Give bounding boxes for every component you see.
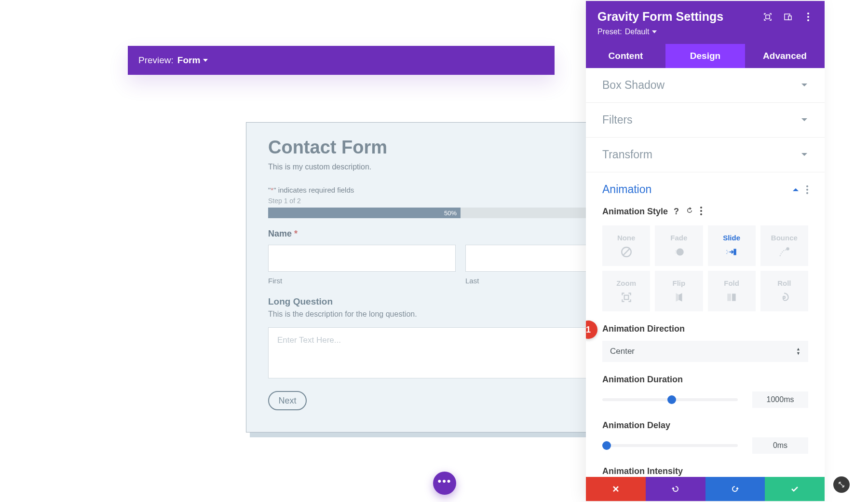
svg-point-8 bbox=[726, 250, 727, 251]
animation-delay-label: Animation Delay bbox=[602, 420, 808, 431]
chevron-down-icon bbox=[800, 79, 808, 92]
anim-style-slide[interactable]: Slide bbox=[708, 225, 756, 266]
none-icon bbox=[620, 246, 633, 258]
chevron-down-icon bbox=[800, 148, 808, 161]
preview-label: Preview: bbox=[138, 55, 174, 66]
chevron-down-icon bbox=[800, 113, 808, 126]
fade-icon bbox=[673, 246, 685, 258]
more-icon[interactable] bbox=[803, 12, 813, 22]
section-filters[interactable]: Filters bbox=[586, 103, 825, 138]
section-animation[interactable]: Animation Animation Style ? bbox=[586, 172, 825, 477]
slide-icon bbox=[725, 246, 738, 258]
updown-icon: ▲▼ bbox=[796, 348, 800, 355]
sections-scroll[interactable]: 1 Box Shadow Filters Transform Animation bbox=[586, 68, 825, 477]
anim-style-bounce[interactable]: Bounce bbox=[760, 225, 808, 266]
panel-title: Gravity Form Settings bbox=[597, 10, 723, 24]
resize-handle[interactable] bbox=[833, 476, 850, 493]
svg-rect-7 bbox=[733, 249, 736, 255]
tab-content[interactable]: Content bbox=[586, 44, 665, 68]
next-button[interactable]: Next bbox=[268, 391, 307, 410]
svg-rect-14 bbox=[732, 293, 736, 301]
svg-point-6 bbox=[675, 252, 676, 253]
svg-rect-2 bbox=[788, 16, 791, 20]
settings-panel: Gravity Form Settings Preset: Default Co… bbox=[586, 1, 825, 501]
svg-point-4 bbox=[676, 248, 683, 255]
animation-direction-select[interactable]: Center ▲▼ bbox=[602, 341, 808, 362]
preview-bar[interactable]: Preview: Form bbox=[128, 46, 555, 75]
anim-style-none[interactable]: None bbox=[602, 225, 650, 266]
floating-actions-button[interactable]: ••• bbox=[433, 472, 456, 495]
section-box-shadow[interactable]: Box Shadow bbox=[586, 68, 825, 103]
animation-style-label: Animation Style ? bbox=[602, 207, 808, 217]
svg-point-11 bbox=[787, 247, 790, 251]
redo-button[interactable] bbox=[705, 477, 765, 501]
bounce-icon bbox=[778, 246, 790, 258]
more-icon[interactable] bbox=[806, 185, 808, 194]
svg-point-10 bbox=[726, 253, 727, 254]
section-transform[interactable]: Transform bbox=[586, 138, 825, 172]
roll-icon bbox=[778, 291, 790, 304]
more-icon[interactable] bbox=[700, 207, 702, 217]
fold-icon bbox=[725, 291, 738, 304]
chevron-up-icon bbox=[792, 183, 800, 196]
animation-duration-slider[interactable] bbox=[602, 398, 738, 401]
svg-rect-13 bbox=[727, 293, 731, 301]
close-button[interactable] bbox=[586, 477, 646, 501]
svg-point-5 bbox=[675, 250, 676, 251]
first-name-sublabel: First bbox=[268, 277, 456, 285]
caret-down-icon bbox=[652, 30, 657, 33]
preview-value[interactable]: Form bbox=[177, 55, 208, 66]
svg-rect-12 bbox=[624, 295, 628, 299]
svg-point-9 bbox=[727, 251, 728, 252]
anim-style-flip[interactable]: Flip bbox=[655, 271, 703, 311]
anim-style-fold[interactable]: Fold bbox=[708, 271, 756, 311]
flip-icon bbox=[673, 291, 685, 304]
animation-duration-label: Animation Duration bbox=[602, 375, 808, 385]
tab-design[interactable]: Design bbox=[665, 44, 745, 68]
save-button[interactable] bbox=[765, 477, 825, 501]
anim-style-fade[interactable]: Fade bbox=[655, 225, 703, 266]
animation-direction-label: Animation Direction bbox=[602, 324, 808, 334]
zoom-icon bbox=[620, 291, 633, 304]
undo-button[interactable] bbox=[646, 477, 705, 501]
reset-icon[interactable] bbox=[686, 207, 693, 217]
help-icon[interactable]: ? bbox=[674, 207, 679, 217]
panel-header: Gravity Form Settings Preset: Default bbox=[586, 1, 825, 44]
animation-intensity-label: Animation Intensity bbox=[602, 466, 808, 476]
animation-duration-value[interactable]: 1000ms bbox=[752, 391, 808, 408]
first-name-input[interactable] bbox=[268, 245, 456, 272]
caret-down-icon bbox=[203, 59, 208, 62]
animation-delay-slider[interactable] bbox=[602, 444, 738, 447]
animation-delay-value[interactable]: 0ms bbox=[752, 437, 808, 454]
anim-style-zoom[interactable]: Zoom bbox=[602, 271, 650, 311]
hover-icon[interactable] bbox=[763, 12, 773, 22]
svg-rect-0 bbox=[766, 15, 770, 19]
tab-advanced[interactable]: Advanced bbox=[745, 44, 825, 68]
panel-tabs: Content Design Advanced bbox=[586, 44, 825, 68]
preset-selector[interactable]: Preset: Default bbox=[597, 28, 813, 36]
anim-style-roll[interactable]: Roll bbox=[760, 271, 808, 311]
responsive-icon[interactable] bbox=[783, 12, 793, 22]
panel-footer bbox=[586, 477, 825, 501]
